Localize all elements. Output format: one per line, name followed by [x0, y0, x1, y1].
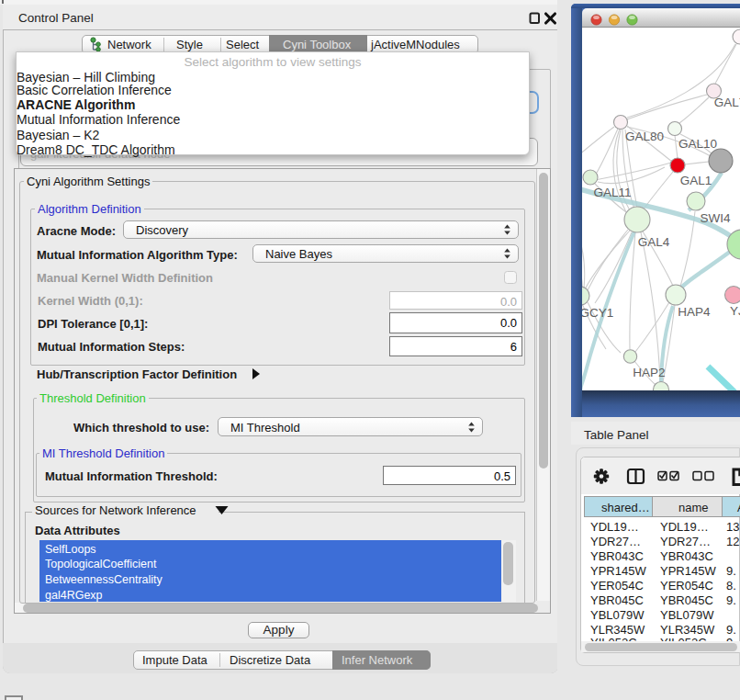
- svg-text:GAL10: GAL10: [678, 137, 717, 151]
- svg-text:SWI4: SWI4: [700, 211, 730, 225]
- svg-text:GAL1: GAL1: [680, 174, 712, 187]
- svg-text:HAP4: HAP4: [678, 305, 711, 319]
- svg-text:HAP2: HAP2: [633, 366, 665, 379]
- svg-text:GCY1: GCY1: [582, 306, 613, 320]
- svg-text:YJ: YJ: [730, 304, 740, 318]
- svg-text:GAL11: GAL11: [593, 186, 631, 199]
- svg-text:GAL4: GAL4: [638, 235, 670, 249]
- svg-text:GAL80: GAL80: [625, 130, 664, 143]
- svg-text:GAL7: GAL7: [714, 96, 740, 109]
